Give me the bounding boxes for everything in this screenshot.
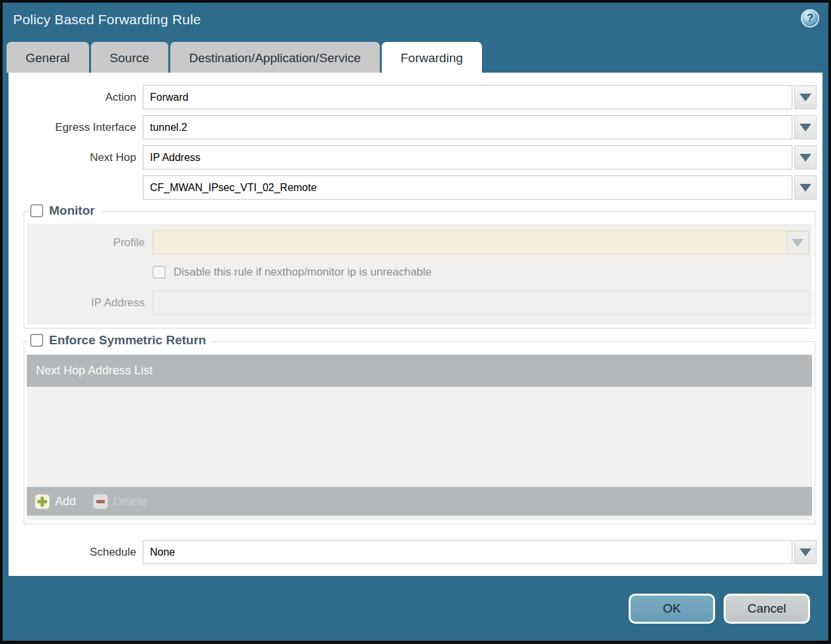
next-hop-address-table: Next Hop Address List Add Delete <box>27 355 812 520</box>
disable-rule-label: Disable this rule if nexthop/monitor ip … <box>174 266 432 279</box>
disable-rule-checkbox <box>153 266 166 279</box>
chevron-down-icon <box>800 124 811 132</box>
chevron-down-icon <box>800 154 811 162</box>
symmetric-return-legend: Enforce Symmetric Return <box>28 333 212 348</box>
egress-interface-dropdown-button[interactable] <box>794 115 817 139</box>
monitor-legend-title: Monitor <box>49 204 95 218</box>
profile-combo <box>153 230 809 255</box>
action-row: Action <box>9 85 817 109</box>
table-bottom-strip <box>27 516 812 520</box>
table-header-label: Next Hop Address List <box>36 364 153 378</box>
next-hop-label: Next Hop <box>9 151 136 164</box>
tab-bar: General Source Destination/Application/S… <box>7 42 828 73</box>
monitor-legend: Monitor <box>28 204 101 218</box>
chevron-down-icon <box>800 94 811 101</box>
action-input[interactable] <box>143 85 792 109</box>
next-hop-address-input[interactable] <box>143 175 792 200</box>
help-icon-glyph: ? <box>807 12 813 25</box>
action-label: Action <box>9 91 136 104</box>
egress-interface-label: Egress Interface <box>9 121 136 134</box>
monitor-ip-label: IP Address <box>29 296 145 310</box>
next-hop-type-dropdown-button[interactable] <box>794 145 817 170</box>
symmetric-return-checkbox[interactable] <box>30 334 43 347</box>
dialog-title: Policy Based Forwarding Rule <box>13 12 201 27</box>
tab-content-forwarding: Action Egress Interface Next Hop <box>9 73 822 576</box>
add-button-label: Add <box>55 495 76 509</box>
next-hop-address-row <box>9 175 817 200</box>
profile-input <box>153 230 809 255</box>
schedule-input[interactable] <box>143 540 792 564</box>
symmetric-return-fieldset: Enforce Symmetric Return Next Hop Addres… <box>24 341 815 524</box>
help-icon[interactable]: ? <box>801 9 819 27</box>
delete-button: Delete <box>93 494 147 509</box>
monitor-profile-row: Profile <box>29 230 809 255</box>
tab-forwarding[interactable]: Forwarding <box>382 42 482 73</box>
plus-icon <box>35 494 50 509</box>
monitor-checkbox[interactable] <box>30 204 43 217</box>
next-hop-type-input[interactable] <box>143 145 792 170</box>
chevron-down-icon <box>800 184 811 192</box>
symmetric-return-legend-title: Enforce Symmetric Return <box>49 333 206 348</box>
egress-interface-input[interactable] <box>143 115 792 139</box>
egress-interface-row: Egress Interface <box>9 115 817 139</box>
add-button[interactable]: Add <box>35 494 76 509</box>
cancel-button[interactable]: Cancel <box>724 594 810 624</box>
tab-source[interactable]: Source <box>91 42 168 73</box>
pbf-rule-dialog: Policy Based Forwarding Rule ? General S… <box>3 3 828 641</box>
monitor-panel: Profile Disable this rule if nexthop/mon… <box>27 224 812 325</box>
profile-label: Profile <box>29 236 145 249</box>
action-dropdown-button[interactable] <box>794 85 817 109</box>
next-hop-row: Next Hop <box>9 145 817 170</box>
tab-destination-application-service[interactable]: Destination/Application/Service <box>170 42 380 73</box>
chevron-down-icon <box>800 548 811 556</box>
disable-rule-row: Disable this rule if nexthop/monitor ip … <box>153 262 809 282</box>
minus-icon <box>93 494 108 509</box>
table-body-empty <box>27 387 812 487</box>
profile-dropdown-button <box>786 231 809 254</box>
ok-button[interactable]: OK <box>629 594 715 624</box>
table-footer: Add Delete <box>27 487 812 516</box>
dialog-footer: OK Cancel <box>3 576 828 639</box>
chevron-down-icon <box>792 239 803 247</box>
monitor-ip-row: IP Address <box>29 291 809 315</box>
table-header: Next Hop Address List <box>27 355 812 387</box>
dialog-titlebar: Policy Based Forwarding Rule ? <box>3 3 828 42</box>
next-hop-address-dropdown-button[interactable] <box>794 175 817 200</box>
delete-button-label: Delete <box>113 495 147 509</box>
schedule-dropdown-button[interactable] <box>794 540 817 564</box>
monitor-ip-input <box>153 291 809 315</box>
schedule-row: Schedule <box>9 540 817 564</box>
monitor-fieldset: Monitor Profile Disable this rule if nex… <box>24 211 815 329</box>
schedule-label: Schedule <box>9 546 136 559</box>
tab-general[interactable]: General <box>7 42 89 73</box>
